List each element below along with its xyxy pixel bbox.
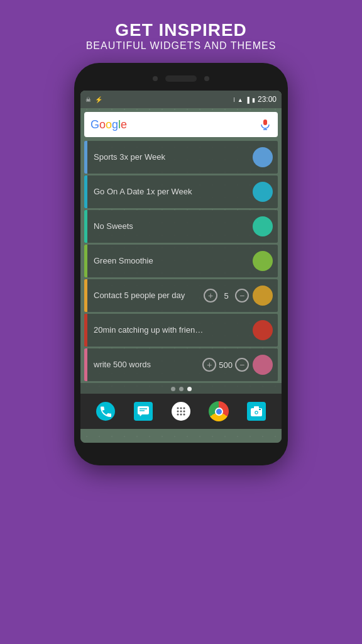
svg-point-18 <box>256 412 258 414</box>
habit-name: No Sweets <box>87 221 253 231</box>
svg-point-10 <box>177 411 179 413</box>
svg-rect-0 <box>263 119 267 125</box>
svg-rect-19 <box>254 406 259 409</box>
habit-status-circle[interactable] <box>253 147 273 167</box>
counter-increment-button[interactable]: + <box>204 289 217 303</box>
phone-screen: 23:00 Google Sports 3 <box>80 91 282 443</box>
nav-chrome-icon[interactable] <box>207 399 231 423</box>
habit-name: Go On A Date 1x per Week <box>87 187 253 197</box>
nav-chat-icon[interactable] <box>131 399 155 423</box>
svg-marker-4 <box>140 414 142 416</box>
habit-status-circle[interactable] <box>253 216 273 236</box>
sensor <box>204 76 209 81</box>
front-camera <box>153 76 158 81</box>
svg-point-7 <box>177 408 179 409</box>
habit-item[interactable]: No Sweets <box>84 210 278 243</box>
habit-status-circle[interactable] <box>253 286 273 306</box>
habit-item[interactable]: Green Smoothie <box>84 245 278 277</box>
title-line2: BEAUTIFUL WIDGETS AND THEMES <box>86 40 277 52</box>
speaker <box>165 75 197 82</box>
counter-decrement-button[interactable]: − <box>235 358 249 372</box>
svg-point-12 <box>184 411 185 413</box>
svg-point-14 <box>180 414 182 416</box>
habit-item[interactable]: Contact 5 people per day+5− <box>84 279 278 312</box>
counter-value: 500 <box>219 360 233 370</box>
habit-status-circle[interactable] <box>253 355 273 375</box>
page-dots <box>80 383 282 394</box>
page-indicator-dot <box>187 387 192 391</box>
chat-bubble-icon <box>134 402 153 421</box>
counter-increment-button[interactable]: + <box>202 358 216 372</box>
habit-status-circle[interactable] <box>253 251 273 271</box>
bottom-nav-bar <box>80 394 282 429</box>
svg-point-8 <box>180 408 182 409</box>
habit-counter-group: +5− <box>204 289 249 303</box>
signal-icon <box>246 96 250 103</box>
page-indicator-dot <box>171 387 175 391</box>
camera-app-icon <box>247 402 266 421</box>
habit-name: Green Smoothie <box>87 256 253 266</box>
habit-item[interactable]: Go On A Date 1x per Week <box>84 175 278 208</box>
habit-name: Sports 3x per Week <box>87 152 253 162</box>
screen-content: 23:00 Google Sports 3 <box>80 91 282 443</box>
nav-apps-icon[interactable] <box>169 399 193 423</box>
bolt-icon <box>95 96 102 103</box>
habit-item[interactable]: 20min catching up with frien… <box>84 314 278 347</box>
chrome-browser-icon <box>209 401 229 421</box>
vibrate-icon <box>233 96 235 103</box>
nav-phone-icon[interactable] <box>94 399 118 423</box>
wifi-icon <box>238 96 243 103</box>
apps-grid-icon <box>172 402 190 421</box>
google-logo: Google <box>90 118 127 131</box>
status-time: 23:00 <box>258 95 277 104</box>
skull-icon <box>85 96 91 103</box>
counter-decrement-button[interactable]: − <box>235 289 249 303</box>
status-icons-right: 23:00 <box>233 95 277 104</box>
page-indicator-dot <box>179 387 184 391</box>
status-icons-left <box>85 96 102 103</box>
battery-icon <box>252 96 255 103</box>
svg-point-13 <box>177 414 179 416</box>
status-bar: 23:00 <box>80 91 282 108</box>
counter-value: 5 <box>220 291 233 301</box>
phone-device: 23:00 Google Sports 3 <box>74 63 288 465</box>
svg-rect-20 <box>259 409 261 410</box>
habit-item[interactable]: Sports 3x per Week <box>84 141 278 174</box>
habit-counter-group: +500− <box>202 358 249 372</box>
google-search-bar[interactable]: Google <box>84 112 278 137</box>
svg-point-9 <box>184 408 185 409</box>
phone-camera-area <box>80 69 282 88</box>
phone-call-icon <box>96 402 115 421</box>
page-header: GET INSPIRED BEAUTIFUL WIDGETS AND THEME… <box>86 20 277 52</box>
svg-point-15 <box>184 414 185 416</box>
nav-camera-icon[interactable] <box>244 399 268 423</box>
habit-name: Contact 5 people per day <box>87 291 204 301</box>
habit-name: write 500 words <box>87 360 202 370</box>
google-mic-icon[interactable] <box>259 118 272 131</box>
habit-list: Sports 3x per WeekGo On A Date 1x per We… <box>80 141 282 383</box>
habit-item[interactable]: write 500 words+500− <box>84 348 278 381</box>
habit-name: 20min catching up with frien… <box>87 325 253 335</box>
habit-status-circle[interactable] <box>253 182 273 202</box>
phone-bottom <box>80 443 282 460</box>
svg-point-11 <box>180 411 182 413</box>
title-line1: GET INSPIRED <box>86 20 277 40</box>
habit-status-circle[interactable] <box>253 320 273 340</box>
